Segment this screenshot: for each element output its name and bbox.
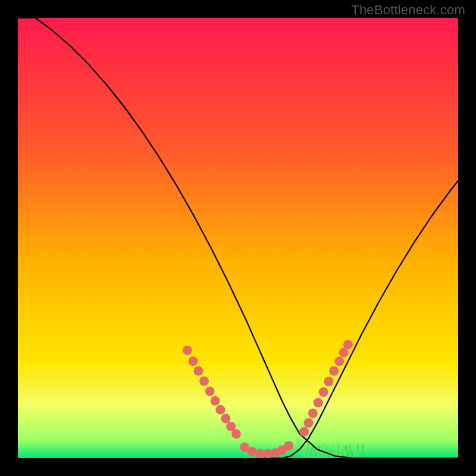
watermark-text: TheBottleneck.com	[351, 2, 465, 18]
data-marker	[319, 387, 328, 397]
chart-frame: TheBottleneck.com	[0, 0, 476, 476]
data-marker	[329, 366, 339, 375]
plot-area	[18, 18, 458, 458]
data-marker	[199, 377, 209, 386]
data-marker	[284, 441, 293, 450]
data-marker	[215, 405, 225, 415]
data-marker	[303, 418, 313, 428]
data-marker	[343, 340, 353, 349]
data-marker	[193, 366, 203, 375]
gradient-background	[18, 18, 458, 458]
data-marker	[231, 429, 241, 439]
data-marker	[189, 356, 198, 366]
chart-svg	[18, 18, 458, 458]
data-marker	[205, 387, 215, 396]
data-marker	[308, 409, 318, 418]
data-marker	[221, 414, 230, 423]
data-marker	[334, 356, 344, 366]
data-marker	[299, 427, 309, 437]
svg-line-19	[347, 445, 347, 458]
data-marker	[211, 396, 220, 406]
data-marker	[314, 398, 323, 408]
data-marker	[324, 377, 333, 386]
data-marker	[183, 346, 192, 355]
